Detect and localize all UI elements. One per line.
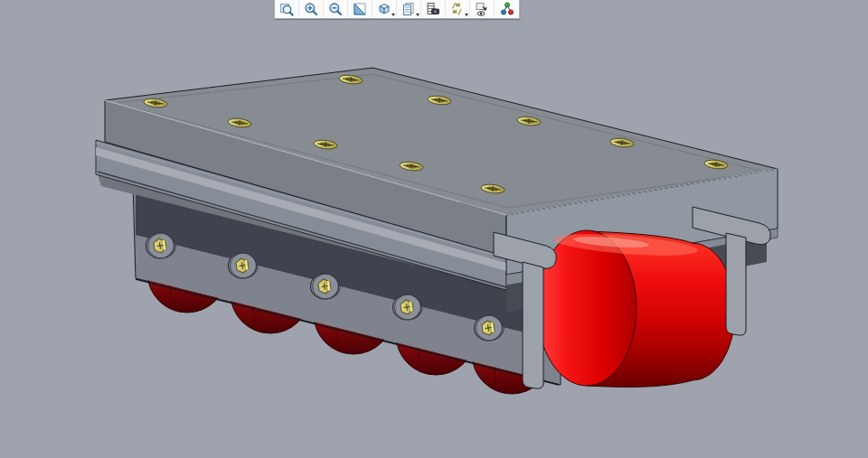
view-orientation-cube-icon: [377, 2, 392, 16]
hide-show-items-button[interactable]: [446, 0, 470, 17]
dropdown-arrow-icon: [392, 14, 395, 16]
apply-scene-camera-icon: [426, 2, 440, 16]
view-settings-button[interactable]: [470, 0, 495, 17]
section-view-button[interactable]: [348, 0, 373, 17]
right-bracket-arm: [726, 233, 746, 335]
zoom-out-icon: [328, 2, 343, 16]
zoom-out-button[interactable]: [324, 0, 348, 17]
display-style-icon: [401, 2, 416, 16]
end-roller[interactable]: [537, 230, 735, 388]
section-view-icon: [353, 2, 367, 16]
3d-viewport[interactable]: [0, 0, 868, 458]
view-settings-eye-icon: [475, 2, 489, 16]
dropdown-arrow-icon: [416, 14, 420, 16]
view-orientation-button[interactable]: [373, 0, 397, 17]
zoom-to-area-button[interactable]: [275, 0, 299, 17]
zoom-to-area-icon: [279, 2, 294, 16]
zoom-in-icon: [304, 2, 318, 16]
view-toolbar: [274, 0, 520, 19]
edit-appearance-button[interactable]: [495, 0, 519, 17]
dropdown-arrow-icon: [465, 14, 468, 16]
zoom-in-button[interactable]: [299, 0, 324, 17]
hide-show-items-icon: [450, 2, 465, 16]
left-bracket-arm: [523, 262, 543, 388]
display-style-button[interactable]: [397, 0, 421, 17]
appearances-icon: [500, 2, 514, 16]
apply-scene-button[interactable]: [421, 0, 446, 17]
